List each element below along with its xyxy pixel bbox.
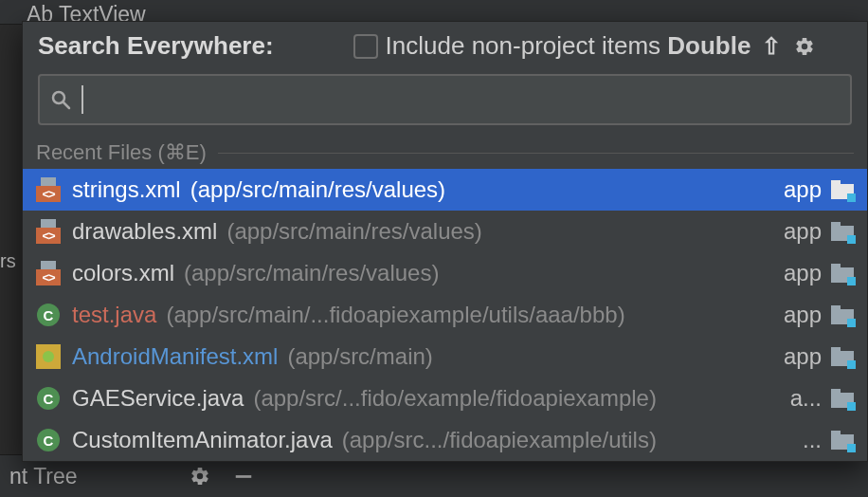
result-main: AndroidManifest.xml(app/src/main) (72, 343, 772, 370)
result-main: GAEService.java(app/src/...fido/example/… (72, 385, 779, 412)
result-path: (app/src/main/res/values) (190, 176, 445, 203)
result-filename: test.java (72, 302, 156, 328)
java-class-icon: C (36, 303, 61, 327)
result-path: (app/src/main/...fidoapiexample/utils/aa… (166, 302, 624, 328)
module-folder-icon (831, 430, 854, 451)
gear-icon[interactable] (794, 36, 815, 57)
result-filename: AndroidManifest.xml (72, 343, 278, 370)
result-main: colors.xml(app/src/main/res/values) (72, 260, 772, 286)
module-folder-icon (831, 346, 854, 367)
result-row[interactable]: CCustomItemAnimator.java(app/src.../fido… (23, 419, 867, 461)
module-label: a... (790, 385, 822, 412)
module-folder-icon (831, 388, 854, 409)
result-filename: strings.xml (72, 176, 181, 203)
module-folder-icon (831, 179, 854, 200)
shift-icon: ⇧ (762, 33, 781, 59)
svg-rect-0 (235, 475, 251, 478)
result-main: CustomItemAnimator.java(app/src.../fidoa… (72, 427, 791, 453)
result-path: (app/src.../fidoapiexample/utils) (342, 427, 657, 453)
search-input[interactable] (38, 74, 852, 125)
result-module: app (784, 176, 854, 203)
section-divider (218, 153, 854, 154)
search-everywhere-popup: Search Everywhere: Include non-project i… (22, 21, 868, 462)
module-folder-icon (831, 263, 854, 284)
module-label: app (784, 343, 822, 370)
result-path: (app/src/main/res/values) (226, 218, 481, 245)
checkbox-box[interactable] (353, 34, 378, 59)
results-list: strings.xml(app/src/main/res/values)appd… (23, 169, 867, 461)
background-left-panel: rs (0, 237, 19, 285)
xml-file-icon (36, 261, 61, 285)
checkbox-label-bold: Double (667, 31, 750, 60)
result-row[interactable]: AndroidManifest.xml(app/src/main)app (23, 336, 867, 377)
result-module: ... (803, 427, 854, 453)
result-row[interactable]: colors.xml(app/src/main/res/values)app (23, 252, 867, 294)
module-label: app (784, 302, 822, 328)
java-class-icon: C (36, 428, 61, 452)
result-module: app (784, 260, 854, 286)
search-icon (49, 88, 72, 111)
result-path: (app/src/...fido/example/fidoapiexample) (253, 385, 657, 412)
module-label: ... (803, 427, 822, 453)
module-label: app (784, 218, 822, 245)
result-filename: drawables.xml (72, 218, 217, 245)
text-caret (81, 85, 83, 114)
section-label: Recent Files (⌘E) (36, 140, 207, 165)
popup-header: Search Everywhere: Include non-project i… (23, 22, 867, 74)
svg-line-2 (63, 102, 69, 108)
result-path: (app/src/main/res/values) (184, 260, 439, 286)
xml-file-icon (36, 177, 61, 202)
section-header-recent-files: Recent Files (⌘E) (23, 140, 867, 165)
result-filename: colors.xml (72, 260, 174, 286)
result-row[interactable]: CGAEService.java(app/src/...fido/example… (23, 377, 867, 419)
result-path: (app/src/main) (287, 343, 432, 370)
result-row[interactable]: Ctest.java(app/src/main/...fidoapiexampl… (23, 294, 867, 336)
result-main: test.java(app/src/main/...fidoapiexample… (72, 302, 772, 328)
result-module: app (784, 218, 854, 245)
result-main: drawables.xml(app/src/main/res/values) (72, 218, 772, 245)
minimize-icon[interactable] (231, 466, 256, 487)
result-module: app (784, 302, 854, 328)
result-row[interactable]: drawables.xml(app/src/main/res/values)ap… (23, 211, 867, 252)
module-folder-icon (831, 304, 854, 325)
xml-file-icon (36, 219, 61, 244)
module-folder-icon (831, 221, 854, 242)
module-label: app (784, 260, 822, 286)
left-panel-text: rs (0, 250, 16, 272)
result-module: app (784, 343, 854, 370)
gear-icon[interactable] (190, 466, 210, 487)
popup-title: Search Everywhere: (38, 31, 274, 61)
android-manifest-icon (36, 344, 61, 369)
bottom-panel-label: nt Tree (9, 464, 78, 489)
module-label: app (784, 176, 822, 203)
result-module: a... (790, 385, 854, 412)
result-main: strings.xml(app/src/main/res/values) (72, 176, 772, 203)
checkbox-label-prefix: Include non-project items (386, 31, 668, 60)
result-filename: CustomItemAnimator.java (72, 427, 333, 453)
result-filename: GAEService.java (72, 385, 244, 412)
result-row[interactable]: strings.xml(app/src/main/res/values)app (23, 169, 867, 211)
java-class-icon: C (36, 386, 61, 411)
include-non-project-checkbox[interactable]: Include non-project items Double ⇧ (353, 31, 815, 61)
checkbox-label: Include non-project items Double ⇧ (386, 31, 785, 61)
